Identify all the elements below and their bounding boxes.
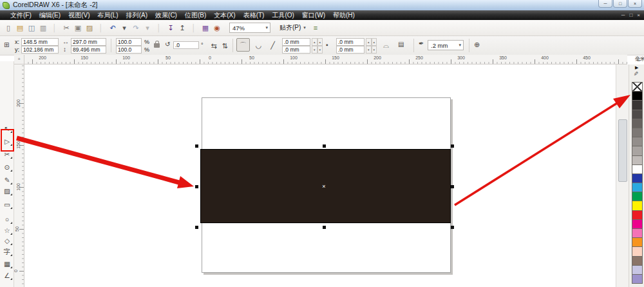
selection-handle[interactable] — [451, 226, 454, 229]
menu-item[interactable]: 编辑(E) — [35, 10, 64, 20]
toolbox-tool[interactable]: ⌐ — [1, 282, 13, 287]
toolbar-icon[interactable]: ▯ — [4, 23, 14, 34]
rotation-angle-field[interactable] — [173, 41, 199, 49]
toolbar-icon[interactable]: ↧ — [166, 23, 176, 34]
toolbar-icon[interactable]: ▾ — [143, 23, 153, 34]
toolbar-icon[interactable]: ↥ — [178, 23, 187, 34]
toolbox-tool[interactable]: ☆ — [1, 225, 13, 235]
doc-window-control[interactable]: × — [637, 10, 640, 20]
toolbar-icon[interactable]: ▨ — [85, 23, 95, 34]
toolbar-icon[interactable]: ↶ — [108, 23, 118, 34]
mirror-vertical-button[interactable]: ⇅ — [220, 39, 230, 52]
color-swatch[interactable] — [632, 173, 643, 183]
corner-radius-field[interactable] — [336, 38, 365, 46]
toolbar-icon[interactable]: ▣ — [73, 23, 83, 34]
color-swatch[interactable] — [632, 246, 643, 256]
corner-radius-field[interactable] — [282, 38, 310, 46]
wrap-text-icon[interactable]: ▤ — [398, 41, 404, 48]
lock-ratio-icon[interactable] — [154, 43, 160, 48]
menu-item[interactable]: 文件(F) — [6, 10, 35, 20]
color-swatch[interactable] — [632, 192, 643, 201]
corner-radius-stepper[interactable]: ▴▴ ▾▾ — [312, 38, 323, 54]
ruler-origin[interactable]: + — [14, 55, 24, 64]
selection-handle[interactable] — [323, 144, 326, 148]
menu-item[interactable]: 视图(V) — [64, 10, 93, 20]
toolbar-icon[interactable]: ◉ — [213, 23, 222, 34]
object-height-field[interactable] — [71, 46, 106, 54]
color-swatch[interactable] — [632, 137, 643, 146]
selection-handle[interactable] — [195, 226, 198, 229]
selection-handle[interactable] — [195, 144, 198, 148]
color-swatch[interactable] — [632, 210, 643, 220]
color-swatch[interactable] — [632, 91, 643, 101]
toolbar-icon[interactable]: ↷ — [131, 23, 141, 34]
color-swatch[interactable] — [632, 256, 643, 266]
scrollbar-thumb[interactable] — [618, 119, 627, 182]
toolbox-tool[interactable]: ◇ — [1, 235, 13, 246]
color-swatch[interactable] — [632, 228, 643, 238]
toolbar-icon[interactable]: │ — [189, 23, 199, 34]
toolbar-icon[interactable]: ▾ — [120, 23, 129, 34]
toolbar-icon[interactable]: ▤ — [15, 23, 25, 34]
menu-item[interactable]: 布局(L) — [93, 10, 122, 20]
options-icon[interactable]: ≡ — [314, 24, 317, 32]
y-position-field[interactable] — [21, 46, 59, 54]
chevron-down-icon[interactable]: ▾ — [263, 25, 270, 30]
color-swatch[interactable] — [632, 100, 643, 110]
scalloped-corner-button[interactable]: ◡ — [252, 38, 265, 52]
menu-item[interactable]: 效果(C) — [151, 10, 181, 20]
outline-width-combo[interactable]: .2 mm ▾ — [428, 40, 464, 50]
color-swatch[interactable] — [632, 119, 643, 128]
scale-y-field[interactable] — [116, 46, 142, 54]
toolbox-tool[interactable]: ▦ — [1, 259, 13, 269]
color-swatch[interactable] — [632, 128, 643, 137]
toolbar-icon[interactable]: │ — [97, 23, 106, 34]
menu-item[interactable]: 表格(T) — [240, 10, 269, 20]
selection-handle[interactable] — [451, 185, 454, 188]
menu-item[interactable]: 窗口(W) — [298, 10, 329, 20]
wrap-paragraph-text-icon[interactable]: ⊕ — [474, 41, 480, 48]
color-swatch[interactable] — [632, 219, 643, 229]
toolbox-tool[interactable]: ✎ — [1, 175, 13, 185]
color-swatch[interactable] — [632, 274, 643, 284]
menu-item[interactable]: 排列(A) — [122, 10, 151, 20]
scale-x-field[interactable] — [116, 38, 142, 46]
toolbar-icon[interactable]: ▥ — [39, 23, 48, 34]
edit-corners-together-icon[interactable]: ▪ — [326, 42, 328, 48]
menu-item[interactable]: 帮助(H) — [329, 10, 359, 20]
toolbox-tool[interactable]: ∠ — [1, 270, 13, 281]
color-swatch[interactable] — [632, 82, 643, 92]
toolbox-tool[interactable]: ○ — [1, 214, 13, 224]
mirror-horizontal-button[interactable]: ⇆ — [209, 39, 219, 52]
menu-item[interactable]: 位图(B) — [181, 10, 210, 20]
toolbox-tool[interactable]: ▭ — [1, 199, 13, 210]
color-swatch[interactable] — [632, 164, 643, 174]
color-swatch[interactable] — [632, 146, 643, 155]
toolbox-tool[interactable]: ⊙ — [1, 162, 13, 172]
corner-radius-field[interactable] — [336, 46, 365, 54]
corner-radius-field[interactable] — [282, 46, 310, 54]
color-swatch[interactable] — [632, 237, 643, 247]
window-control-button[interactable]: × — [628, 0, 642, 8]
color-swatch[interactable] — [632, 265, 643, 275]
corner-radius-stepper[interactable]: ▴▴ ▾▾ — [366, 38, 377, 54]
window-control-button[interactable]: □ — [613, 0, 627, 8]
toolbox-tool[interactable]: 字 — [1, 246, 13, 257]
palette-flyout-icon[interactable]: ▶ — [635, 65, 638, 70]
toolbar-icon[interactable]: ◫ — [27, 23, 37, 34]
color-swatch[interactable] — [632, 183, 643, 192]
doc-window-control[interactable]: □ — [629, 10, 632, 20]
window-control-button[interactable]: ─ — [598, 0, 612, 8]
toolbar-icon[interactable]: │ — [155, 23, 164, 34]
selection-handle[interactable] — [323, 226, 326, 229]
toolbox-tool[interactable]: ▨ — [1, 186, 13, 196]
toolbar-icon[interactable]: ✂ — [62, 23, 71, 34]
round-corner-button[interactable]: ⌒ — [236, 38, 250, 52]
selection-handle[interactable] — [195, 185, 198, 188]
toolbar-icon[interactable]: ▦ — [201, 23, 211, 34]
color-swatch[interactable] — [632, 110, 643, 119]
vertical-scrollbar[interactable] — [616, 64, 629, 287]
doc-window-control[interactable]: ─ — [621, 10, 625, 20]
color-swatch[interactable] — [632, 155, 643, 165]
zoom-level-combo[interactable]: 47% ▾ — [229, 23, 270, 33]
